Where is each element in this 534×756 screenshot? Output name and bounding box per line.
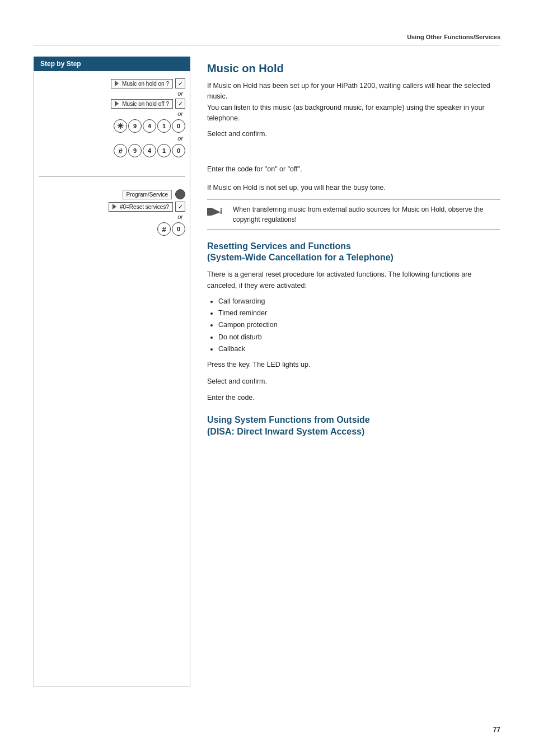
right-column: Music on Hold If Music on Hold has been …	[202, 57, 500, 687]
note-text: When transferring music from external au…	[233, 204, 500, 225]
arrow-icon-3	[113, 204, 116, 209]
bullet-do-not-disturb: Do not disturb	[218, 332, 500, 343]
action-busy-tone: If Music on Hold is not set up, you will…	[207, 183, 500, 193]
bullet-callback: Callback	[218, 343, 500, 355]
bullet-timed-reminder: Timed reminder	[218, 307, 500, 319]
music-on-hold-content: Music on Hold If Music on Hold has been …	[207, 62, 500, 230]
key-1b: 1	[157, 144, 171, 157]
left-column: Step by Step Music on hold on ? ✓ or	[34, 57, 202, 687]
reset-services-row: #0=Reset services? ✓	[39, 202, 185, 212]
music-on-hold-body: If Music on Hold has been set up for you…	[207, 81, 500, 124]
key-1: 1	[157, 119, 171, 133]
key-9b: 9	[128, 144, 142, 157]
program-service-label[interactable]: Program/Service	[123, 190, 172, 199]
reset-services-item[interactable]: #0=Reset services?	[109, 202, 173, 212]
or-label-3: or	[39, 135, 185, 142]
bullet-campon: Campon protection	[218, 319, 500, 331]
svg-rect-3	[221, 208, 222, 209]
action-select-confirm-1: Select and confirm.	[207, 129, 500, 139]
svg-rect-0	[207, 208, 212, 216]
program-service-row: Program/Service	[39, 189, 185, 199]
star-keys-row: ✳ 9 4 1 0	[39, 119, 185, 133]
hash0-keys-row: # 0	[39, 222, 185, 236]
or-label-4: or	[39, 213, 185, 220]
action-press-key: Press the key. The LED lights up.	[207, 360, 500, 370]
page: Using Other Functions/Services Step by S…	[0, 0, 534, 756]
key-hash2: #	[157, 222, 171, 236]
content-area: Step by Step Music on hold on ? ✓ or	[34, 57, 500, 687]
arrow-icon-2	[115, 101, 119, 106]
or-label-2: or	[39, 110, 185, 117]
disa-title: Using System Functions from Outside(DISA…	[207, 414, 500, 438]
check-on: ✓	[175, 78, 185, 88]
key-9: 9	[128, 119, 142, 133]
note-icon	[207, 204, 227, 218]
music-on-hold-off-item[interactable]: Music on hold off ?	[111, 99, 173, 109]
music-on-hold-section: Music on hold on ? ✓ or Music on hold of…	[39, 77, 185, 160]
resetting-services-content: Resetting Services and Functions(System-…	[207, 241, 500, 404]
led-circle	[175, 189, 185, 199]
note-box: When transferring music from external au…	[207, 199, 500, 230]
action-enter-code: Enter the code for "on" or "off".	[207, 164, 500, 175]
step-by-step-header: Step by Step	[34, 57, 190, 71]
or-label-1: or	[39, 90, 185, 97]
music-on-hold-off-row: Music on hold off ? ✓	[39, 99, 185, 109]
check-off: ✓	[175, 99, 185, 109]
key-0c: 0	[172, 222, 185, 236]
arrow-icon	[115, 81, 119, 86]
hash-keys-row: # 9 4 1 0	[39, 144, 185, 157]
resetting-services-body: There is a general reset procedure for a…	[207, 269, 500, 291]
key-hash: #	[114, 144, 127, 157]
check-reset: ✓	[175, 202, 185, 212]
header-title: Using Other Functions/Services	[407, 34, 500, 40]
svg-rect-2	[221, 209, 222, 214]
music-on-hold-on-item[interactable]: Music on hold on ?	[111, 79, 173, 88]
music-on-hold-title: Music on Hold	[207, 62, 500, 75]
reset-section: Program/Service #0=Reset services? ✓ or	[39, 187, 185, 238]
left-divider-1	[39, 176, 185, 177]
key-star: ✳	[114, 119, 127, 133]
action-select-confirm-2: Select and confirm.	[207, 376, 500, 387]
key-0b: 0	[172, 144, 185, 157]
resetting-services-title: Resetting Services and Functions(System-…	[207, 241, 500, 264]
left-inner: Music on hold on ? ✓ or Music on hold of…	[34, 71, 190, 687]
key-4b: 4	[143, 144, 156, 157]
disa-content: Using System Functions from Outside(DISA…	[207, 414, 500, 438]
music-on-hold-on-row: Music on hold on ? ✓	[39, 78, 185, 88]
action-enter-the-code: Enter the code.	[207, 393, 500, 403]
bullet-call-forwarding: Call forwarding	[218, 296, 500, 307]
page-number: 77	[493, 726, 500, 734]
key-0: 0	[172, 119, 185, 133]
svg-marker-1	[212, 208, 221, 216]
key-4: 4	[143, 119, 156, 133]
bullet-list: Call forwarding Timed reminder Campon pr…	[218, 296, 500, 355]
page-header: Using Other Functions/Services	[34, 34, 500, 45]
